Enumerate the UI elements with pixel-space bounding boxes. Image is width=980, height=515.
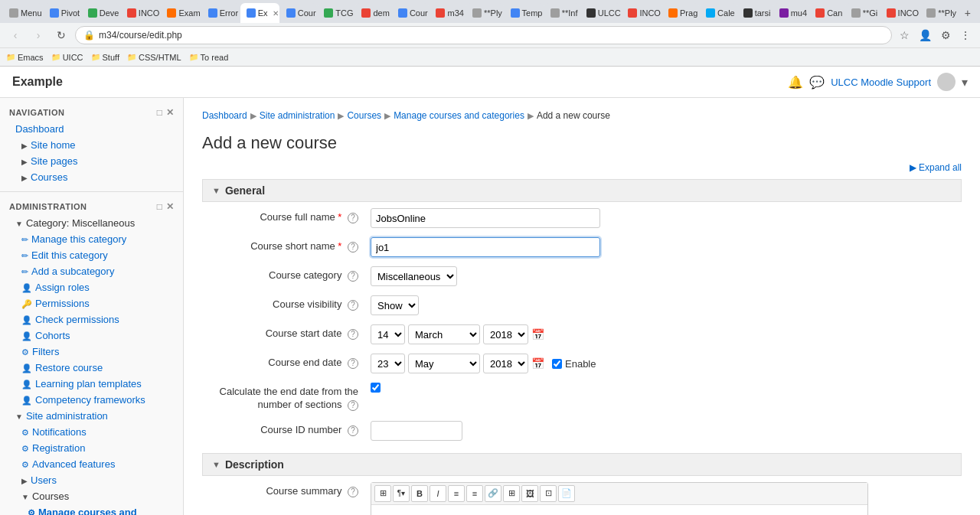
bookmark-star-icon[interactable]: ☆ xyxy=(897,28,913,43)
editor-link-btn[interactable]: 🔗 xyxy=(485,485,501,502)
browser-tab[interactable]: INCO xyxy=(121,3,161,23)
nav-minimize-icon[interactable]: □ xyxy=(157,107,163,118)
extensions-icon[interactable]: ⚙ xyxy=(938,28,954,43)
sidebar-competency[interactable]: 👤Competency frameworks xyxy=(0,392,183,408)
end-year-select[interactable]: 201720182019 xyxy=(483,354,528,373)
browser-tab[interactable]: **Ply xyxy=(920,3,958,23)
visibility-info-icon[interactable]: ? xyxy=(348,300,358,311)
browser-tab[interactable]: Deve xyxy=(82,3,120,23)
bookmark-item[interactable]: 📁To read xyxy=(189,53,229,62)
browser-tab[interactable]: Error xyxy=(202,3,240,23)
browser-tab[interactable]: **Gi xyxy=(845,3,880,23)
bookmark-item[interactable]: 📁CSS/HTML xyxy=(127,53,181,62)
menu-icon[interactable]: ⋮ xyxy=(957,28,974,43)
end-day-select[interactable]: 23 xyxy=(371,354,405,373)
sidebar-item-site-home[interactable]: ▶Site home xyxy=(0,137,183,153)
support-link[interactable]: ULCC Moodle Support xyxy=(831,77,931,88)
general-section-header[interactable]: ▼ General xyxy=(202,179,962,202)
sidebar-registration[interactable]: ⚙Registration xyxy=(0,440,183,456)
bookmark-item[interactable]: 📁UICC xyxy=(51,53,83,62)
course-visibility-select[interactable]: Show Hide xyxy=(371,295,419,315)
editor-bold-btn[interactable]: B xyxy=(411,485,428,502)
browser-tab[interactable]: mu4 xyxy=(773,3,809,23)
browser-tab[interactable]: Ex✕ xyxy=(240,3,279,23)
expand-all-link[interactable]: ▶ Expand all xyxy=(202,162,962,173)
browser-tab[interactable]: ULCC xyxy=(580,3,622,23)
sidebar-notifications[interactable]: ⚙Notifications xyxy=(0,424,183,440)
start-calendar-icon[interactable]: 📅 xyxy=(531,328,544,341)
sidebar-item-site-pages[interactable]: ▶Site pages xyxy=(0,153,183,169)
editor-content[interactable] xyxy=(371,505,867,515)
editor-unordered-list-btn[interactable]: ≡ xyxy=(448,485,465,502)
sidebar-check-permissions[interactable]: 👤Check permissions xyxy=(0,311,183,328)
browser-tab[interactable]: Exam xyxy=(161,3,201,23)
breadcrumb-manage[interactable]: Manage courses and categories xyxy=(394,110,524,121)
breadcrumb-courses[interactable]: Courses xyxy=(347,110,381,121)
breadcrumb-site-admin[interactable]: Site administration xyxy=(260,110,335,121)
browser-tab[interactable]: Menu xyxy=(3,3,43,23)
editor-unlink-btn[interactable]: ⊞ xyxy=(503,485,520,502)
forward-button[interactable]: › xyxy=(29,26,47,44)
end-calendar-icon[interactable]: 📅 xyxy=(531,357,544,370)
admin-close-icon[interactable]: ✕ xyxy=(166,201,175,212)
sidebar-cohorts[interactable]: 👤Cohorts xyxy=(0,328,183,344)
browser-tab[interactable]: **Ply xyxy=(466,3,504,23)
admin-minimize-icon[interactable]: □ xyxy=(157,201,163,212)
editor-html-btn[interactable]: 📄 xyxy=(558,485,575,502)
end-date-enable-checkbox[interactable] xyxy=(552,359,562,369)
new-tab-button[interactable]: + xyxy=(959,5,977,21)
category-info-icon[interactable]: ? xyxy=(348,271,358,282)
sidebar-manage-courses[interactable]: ⚙Manage courses and categories xyxy=(0,504,183,515)
start-day-select[interactable]: 14 xyxy=(371,324,405,344)
sidebar-users[interactable]: ▶Users xyxy=(0,472,183,488)
address-box[interactable]: 🔒 m34/course/edit.php xyxy=(75,26,892,44)
end-date-info-icon[interactable]: ? xyxy=(348,358,358,369)
browser-tab[interactable]: INCO xyxy=(880,3,920,23)
course-full-name-input[interactable] xyxy=(371,208,600,228)
sidebar-filters[interactable]: ⚙Filters xyxy=(0,344,183,360)
course-short-name-input[interactable] xyxy=(371,237,600,257)
full-name-info-icon[interactable]: ? xyxy=(348,213,358,223)
bell-icon[interactable]: 🔔 xyxy=(788,75,803,90)
browser-tab[interactable]: Temp xyxy=(505,3,544,23)
sidebar-add-subcategory[interactable]: ✏Add a subcategory xyxy=(0,263,183,279)
editor-image-btn[interactable]: 🖼 xyxy=(521,485,538,502)
profile-icon[interactable]: 👤 xyxy=(916,28,935,43)
calc-info-icon[interactable]: ? xyxy=(348,400,358,411)
bookmark-item[interactable]: 📁Emacs xyxy=(6,53,44,62)
end-month-select[interactable]: JanuaryFebruaryMarchApril MayJuneJulyAug… xyxy=(408,354,480,373)
summary-info-icon[interactable]: ? xyxy=(348,487,358,497)
browser-tab[interactable]: Can xyxy=(809,3,844,23)
editor-table-btn[interactable]: ⊞ xyxy=(374,485,391,502)
course-category-select[interactable]: Miscellaneous xyxy=(371,266,457,286)
sidebar-site-admin[interactable]: ▼Site administration xyxy=(0,408,183,424)
reload-button[interactable]: ↻ xyxy=(52,26,70,44)
browser-tab[interactable]: INCO xyxy=(622,3,662,23)
editor-ordered-list-btn[interactable]: ≡ xyxy=(466,485,483,502)
browser-tab[interactable]: dem xyxy=(355,3,391,23)
sidebar-assign-roles[interactable]: 👤Assign roles xyxy=(0,279,183,295)
start-year-select[interactable]: 201720182019 xyxy=(483,324,528,344)
description-section-header[interactable]: ▼ Description xyxy=(202,453,962,476)
browser-tab[interactable]: Cale xyxy=(700,3,737,23)
sidebar-item-courses[interactable]: ▶Courses xyxy=(0,169,183,185)
browser-tab[interactable]: **Inf xyxy=(544,3,580,23)
start-month-select[interactable]: JanuaryFebruaryMarchApril MayJuneJulyAug… xyxy=(408,324,480,344)
back-button[interactable]: ‹ xyxy=(6,26,24,44)
editor-italic-btn[interactable]: I xyxy=(430,485,446,502)
browser-tab[interactable]: TCG xyxy=(318,3,354,23)
sidebar-edit-category[interactable]: ✏Edit this category xyxy=(0,247,183,263)
sidebar-restore-course[interactable]: 👤Restore course xyxy=(0,360,183,376)
nav-close-icon[interactable]: ✕ xyxy=(166,107,175,118)
sidebar-advanced-features[interactable]: ⚙Advanced features xyxy=(0,456,183,472)
browser-tab[interactable]: Prag xyxy=(662,3,699,23)
start-date-info-icon[interactable]: ? xyxy=(348,329,358,340)
calculate-end-date-checkbox[interactable] xyxy=(371,383,381,393)
course-id-number-input[interactable] xyxy=(371,421,462,441)
browser-tab[interactable]: Cour xyxy=(392,3,430,23)
sidebar-learning-plan[interactable]: 👤Learning plan templates xyxy=(0,376,183,392)
editor-paragraph-btn[interactable]: ¶▾ xyxy=(393,485,410,502)
chat-icon[interactable]: 💬 xyxy=(809,75,825,90)
user-avatar[interactable] xyxy=(937,73,956,91)
editor-media-btn[interactable]: ⊡ xyxy=(540,485,557,502)
